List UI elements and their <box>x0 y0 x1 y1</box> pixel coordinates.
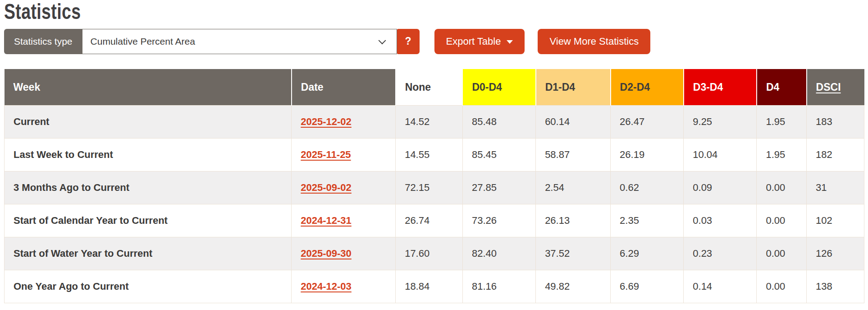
d4-cell: 0.00 <box>757 270 807 303</box>
column-header-d3-d4: D3-D4 <box>684 69 757 106</box>
statistics-table: WeekDateNoneD0-D4D1-D4D2-D4D3-D4D4DSCI C… <box>4 69 864 304</box>
d2-d4-cell: 0.62 <box>611 171 684 204</box>
none-cell: 26.74 <box>396 204 463 237</box>
d0-d4-cell: 27.85 <box>462 171 535 204</box>
d4-cell: 0.00 <box>757 171 807 204</box>
view-more-statistics-label: View More Statistics <box>549 36 639 47</box>
d2-d4-cell: 26.47 <box>611 106 684 139</box>
d3-d4-cell: 0.14 <box>684 270 757 303</box>
d0-d4-cell: 85.48 <box>462 106 535 139</box>
controls-bar: Statistics type Cumulative Percent Area … <box>4 29 864 54</box>
table-row: 3 Months Ago to Current2025-09-0272.1527… <box>5 171 864 204</box>
none-cell: 14.55 <box>396 139 463 171</box>
export-table-label: Export Table <box>446 36 501 47</box>
column-header-d2-d4: D2-D4 <box>611 69 684 106</box>
export-table-button[interactable]: Export Table <box>434 29 525 54</box>
date-cell: 2025-09-02 <box>292 171 396 204</box>
d0-d4-cell: 73.26 <box>462 204 535 237</box>
date-cell: 2024-12-03 <box>292 270 396 303</box>
column-header-d0-d4: D0-D4 <box>462 69 535 106</box>
table-row: Start of Water Year to Current2025-09-30… <box>5 237 864 270</box>
d3-d4-cell: 0.03 <box>684 204 757 237</box>
d2-d4-cell: 2.35 <box>611 204 684 237</box>
d1-d4-cell: 2.54 <box>536 171 611 204</box>
dsci-cell: 126 <box>807 237 864 270</box>
statistics-type-label: Statistics type <box>4 29 82 54</box>
dsci-cell: 182 <box>807 139 864 171</box>
week-cell: Last Week to Current <box>5 139 292 171</box>
d0-d4-cell: 82.40 <box>462 237 535 270</box>
d1-d4-cell: 49.82 <box>536 270 611 303</box>
statistics-type-selected-value: Cumulative Percent Area <box>91 36 195 47</box>
date-link[interactable]: 2025-11-25 <box>301 149 351 160</box>
column-header-d4: D4 <box>757 69 807 106</box>
d1-d4-cell: 58.87 <box>536 139 611 171</box>
week-cell: Current <box>5 106 292 139</box>
table-row: Start of Calendar Year to Current2024-12… <box>5 204 864 237</box>
d3-d4-cell: 0.09 <box>684 171 757 204</box>
d1-d4-cell: 37.52 <box>536 237 611 270</box>
statistics-type-group: Statistics type Cumulative Percent Area … <box>4 29 420 54</box>
d0-d4-cell: 85.45 <box>462 139 535 171</box>
date-cell: 2025-11-25 <box>292 139 396 171</box>
d3-d4-cell: 0.23 <box>684 237 757 270</box>
d2-d4-cell: 6.29 <box>611 237 684 270</box>
d4-cell: 1.95 <box>757 139 807 171</box>
d1-d4-cell: 60.14 <box>536 106 611 139</box>
d2-d4-cell: 6.69 <box>611 270 684 303</box>
week-cell: Start of Calendar Year to Current <box>5 204 292 237</box>
column-header-d1-d4: D1-D4 <box>536 69 611 106</box>
dsci-header-link[interactable]: DSCI <box>816 81 841 93</box>
none-cell: 17.60 <box>396 237 463 270</box>
table-header-row: WeekDateNoneD0-D4D1-D4D2-D4D3-D4D4DSCI <box>5 69 864 106</box>
date-link[interactable]: 2024-12-03 <box>301 281 352 292</box>
date-cell: 2025-12-02 <box>292 106 396 139</box>
week-cell: One Year Ago to Current <box>5 270 292 303</box>
week-cell: Start of Water Year to Current <box>5 237 292 270</box>
table-row: Last Week to Current2025-11-2514.5585.45… <box>5 139 864 171</box>
date-link[interactable]: 2025-12-02 <box>301 116 352 127</box>
d3-d4-cell: 10.04 <box>684 139 757 171</box>
d1-d4-cell: 26.13 <box>536 204 611 237</box>
dsci-cell: 138 <box>807 270 864 303</box>
none-cell: 72.15 <box>396 171 463 204</box>
chevron-down-icon <box>378 37 386 44</box>
column-header-week: Week <box>5 69 292 106</box>
none-cell: 14.52 <box>396 106 463 139</box>
date-cell: 2024-12-31 <box>292 204 396 237</box>
view-more-statistics-button[interactable]: View More Statistics <box>538 29 650 54</box>
week-cell: 3 Months Ago to Current <box>5 171 292 204</box>
d3-d4-cell: 9.25 <box>684 106 757 139</box>
table-body: Current2025-12-0214.5285.4860.1426.479.2… <box>5 106 864 303</box>
column-header-date: Date <box>292 69 396 106</box>
statistics-type-select[interactable]: Cumulative Percent Area <box>82 29 397 54</box>
column-header-none: None <box>396 69 463 106</box>
page-title: Statistics <box>4 1 675 23</box>
none-cell: 18.84 <box>396 270 463 303</box>
table-row: Current2025-12-0214.5285.4860.1426.479.2… <box>5 106 864 139</box>
column-header-dsci: DSCI <box>807 69 864 106</box>
d4-cell: 1.95 <box>757 106 807 139</box>
dsci-cell: 31 <box>807 171 864 204</box>
dsci-cell: 102 <box>807 204 864 237</box>
date-link[interactable]: 2024-12-31 <box>301 215 352 226</box>
d4-cell: 0.00 <box>757 204 807 237</box>
statistics-page: Statistics Statistics type Cumulative Pe… <box>0 0 868 303</box>
help-button[interactable]: ? <box>397 29 420 54</box>
d4-cell: 0.00 <box>757 237 807 270</box>
dsci-cell: 183 <box>807 106 864 139</box>
d0-d4-cell: 81.16 <box>462 270 535 303</box>
date-cell: 2025-09-30 <box>292 237 396 270</box>
date-link[interactable]: 2025-09-02 <box>301 182 352 193</box>
caret-down-icon <box>507 40 513 44</box>
table-row: One Year Ago to Current2024-12-0318.8481… <box>5 270 864 303</box>
date-link[interactable]: 2025-09-30 <box>301 248 352 259</box>
d2-d4-cell: 26.19 <box>611 139 684 171</box>
